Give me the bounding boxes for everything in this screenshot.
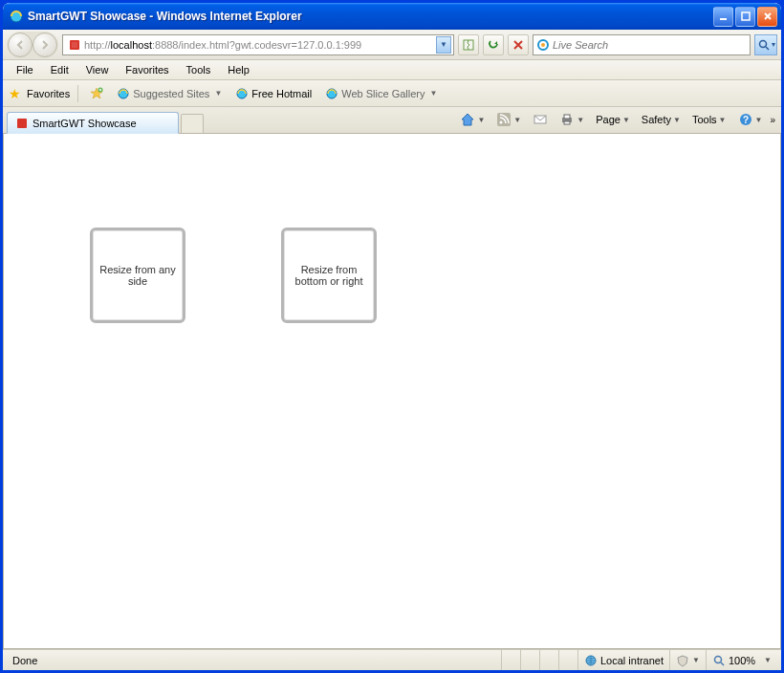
search-button[interactable]: ▾ xyxy=(754,34,777,55)
url-host: localhost xyxy=(111,39,152,51)
zoom-cell[interactable]: 100% ▼ xyxy=(706,650,777,670)
svg-point-15 xyxy=(500,121,503,124)
chevron-down-icon: ▼ xyxy=(764,656,772,664)
back-button[interactable] xyxy=(8,33,33,57)
new-tab-button[interactable] xyxy=(181,114,204,133)
safety-label: Safety xyxy=(642,114,671,125)
menu-view[interactable]: View xyxy=(78,62,117,77)
shield-icon xyxy=(676,654,689,667)
minimize-button[interactable] xyxy=(713,7,733,27)
read-mail-button[interactable] xyxy=(529,110,552,129)
svg-text:?: ? xyxy=(742,115,748,125)
address-bar[interactable]: http://localhost:8888/index.html?gwt.cod… xyxy=(62,34,454,55)
web-slice-link[interactable]: Web Slice Gallery ▼ xyxy=(321,85,441,102)
nav-row: http://localhost:8888/index.html?gwt.cod… xyxy=(3,30,781,60)
svg-rect-1 xyxy=(720,18,727,20)
page-menu[interactable]: Page ▼ xyxy=(592,112,634,127)
rss-icon xyxy=(496,112,512,127)
protected-mode-cell[interactable]: ▼ xyxy=(669,650,706,670)
menu-file[interactable]: File xyxy=(9,62,41,77)
tab-title: SmartGWT Showcase xyxy=(33,118,137,129)
tab-row: SmartGWT Showcase ▼ ▼ xyxy=(3,107,781,134)
ie-page-icon xyxy=(325,87,338,100)
suggested-sites-label: Suggested Sites xyxy=(133,88,209,99)
menu-favorites[interactable]: Favorites xyxy=(118,62,176,77)
status-cell xyxy=(539,650,558,670)
hotmail-link[interactable]: Free Hotmail xyxy=(231,85,316,102)
page-content: Resize from any side Resize from bottom … xyxy=(3,134,781,649)
favorites-bar: ★ Favorites Suggested Sites ▼ Free Hotma… xyxy=(3,80,781,107)
search-box[interactable] xyxy=(533,34,751,55)
home-icon xyxy=(460,112,475,127)
address-dropdown[interactable]: ▼ xyxy=(436,36,451,54)
search-icon xyxy=(757,38,771,52)
svg-point-8 xyxy=(759,40,766,47)
titlebar: SmartGWT Showcase - Windows Internet Exp… xyxy=(3,3,781,30)
maximize-button[interactable] xyxy=(735,7,755,27)
separator xyxy=(77,85,78,102)
menu-edit[interactable]: Edit xyxy=(43,62,76,77)
menu-tools[interactable]: Tools xyxy=(179,62,219,77)
chevron-down-icon: ▼ xyxy=(214,89,222,98)
search-input[interactable] xyxy=(553,39,747,51)
web-slice-label: Web Slice Gallery xyxy=(341,88,425,99)
ie-page-icon xyxy=(117,87,130,100)
resize-box-label: Resize from bottom or right xyxy=(288,264,370,287)
compat-view-button[interactable] xyxy=(458,34,479,55)
close-button[interactable] xyxy=(757,7,777,27)
resize-box-bottomright[interactable]: Resize from bottom or right xyxy=(281,228,377,323)
print-button[interactable]: ▼ xyxy=(555,110,588,129)
help-button[interactable]: ? ▼ xyxy=(734,110,767,129)
nav-buttons xyxy=(7,32,58,58)
chevron-down-icon: ▼ xyxy=(513,116,521,124)
window-title: SmartGWT Showcase - Windows Internet Exp… xyxy=(28,10,713,23)
status-text: Done xyxy=(12,655,37,666)
svg-rect-4 xyxy=(72,42,77,48)
browser-window: SmartGWT Showcase - Windows Internet Exp… xyxy=(3,3,781,670)
help-icon: ? xyxy=(738,112,753,127)
window-buttons xyxy=(713,7,777,27)
overflow-button[interactable]: » xyxy=(770,115,775,125)
refresh-icon xyxy=(487,38,500,52)
page-broken-icon xyxy=(462,38,475,52)
chevron-down-icon: ▼ xyxy=(673,116,681,124)
zone-cell[interactable]: Local intranet xyxy=(577,650,669,670)
chevron-down-icon: ▼ xyxy=(692,656,700,664)
stop-button[interactable] xyxy=(508,34,529,55)
svg-point-7 xyxy=(541,43,545,47)
url-suffix: :8888/index.html?gwt.codesvr=127.0.0.1:9… xyxy=(152,39,361,51)
zone-label: Local intranet xyxy=(600,655,664,666)
print-icon xyxy=(559,112,575,127)
zoom-icon xyxy=(712,654,726,667)
chevron-down-icon: ▼ xyxy=(719,116,727,124)
svg-rect-19 xyxy=(564,121,570,124)
tools-label: Tools xyxy=(692,114,717,125)
ie-icon xyxy=(9,9,24,24)
tools-menu[interactable]: Tools ▼ xyxy=(688,112,730,127)
status-text-cell: Done xyxy=(7,650,501,670)
chevron-down-icon: ▼ xyxy=(622,116,630,124)
command-bar: ▼ ▼ xyxy=(456,110,775,129)
star-icon: ★ xyxy=(9,86,21,101)
resize-box-label: Resize from any side xyxy=(97,264,179,287)
tab-smartgwt[interactable]: SmartGWT Showcase xyxy=(7,112,179,134)
mail-icon xyxy=(533,112,548,127)
refresh-button[interactable] xyxy=(483,34,504,55)
star-add-icon xyxy=(90,87,103,100)
add-favorite-button[interactable] xyxy=(86,85,107,102)
stop-icon xyxy=(512,39,524,51)
feeds-button[interactable]: ▼ xyxy=(492,110,525,129)
address-text: http://localhost:8888/index.html?gwt.cod… xyxy=(84,39,436,51)
safety-menu[interactable]: Safety ▼ xyxy=(638,112,685,127)
favorites-label[interactable]: Favorites xyxy=(27,88,70,99)
forward-button[interactable] xyxy=(33,33,57,57)
resize-box-anyside[interactable]: Resize from any side xyxy=(90,228,185,323)
menu-help[interactable]: Help xyxy=(220,62,257,77)
url-prefix: http:// xyxy=(84,39,111,51)
bing-icon xyxy=(536,38,550,52)
chevron-down-icon: ▼ xyxy=(755,116,763,124)
ie-page-icon xyxy=(235,87,249,100)
svg-rect-2 xyxy=(742,12,750,20)
suggested-sites-link[interactable]: Suggested Sites ▼ xyxy=(113,85,226,102)
home-button[interactable]: ▼ xyxy=(456,110,489,129)
